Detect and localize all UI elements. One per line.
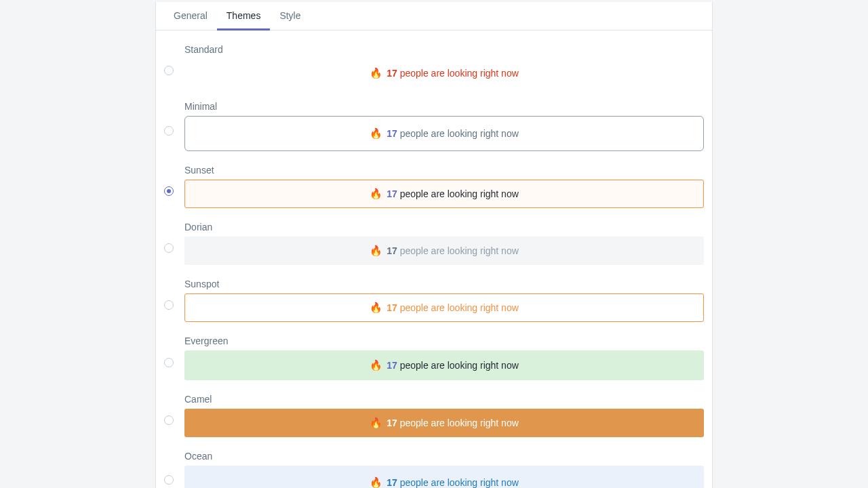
- preview-tail: people are looking right now: [397, 360, 519, 371]
- preview-count: 17: [387, 477, 397, 488]
- preview-tail: people are looking right now: [397, 477, 519, 488]
- tabs: GeneralThemesStyle: [156, 2, 712, 30]
- themes-list: Standard🔥17 people are looking right now…: [156, 30, 712, 488]
- theme-label-standard: Standard: [184, 44, 704, 55]
- preview-text: 17 people are looking right now: [387, 128, 519, 139]
- preview-text: 17 people are looking right now: [387, 245, 519, 256]
- preview-text: 17 people are looking right now: [387, 418, 519, 428]
- theme-preview-minimal[interactable]: 🔥17 people are looking right now: [184, 116, 704, 151]
- preview-tail: people are looking right now: [397, 128, 519, 139]
- fire-icon: 🔥: [370, 359, 382, 371]
- preview-count: 17: [387, 188, 397, 199]
- theme-radio-camel[interactable]: [164, 415, 174, 425]
- theme-radio-ocean[interactable]: [164, 475, 174, 485]
- theme-row-sunset: Sunset🔥17 people are looking right now: [164, 159, 704, 216]
- theme-preview-sunspot[interactable]: 🔥17 people are looking right now: [184, 293, 704, 322]
- preview-count: 17: [387, 360, 397, 371]
- preview-text: 17 people are looking right now: [387, 477, 519, 488]
- settings-card: GeneralThemesStyle Standard🔥17 people ar…: [155, 2, 713, 488]
- preview-text: 17 people are looking right now: [387, 302, 519, 313]
- theme-row-dorian: Dorian🔥17 people are looking right now: [164, 216, 704, 273]
- theme-preview-evergreen[interactable]: 🔥17 people are looking right now: [184, 350, 704, 380]
- theme-row-ocean: Ocean🔥17 people are looking right now: [164, 445, 704, 488]
- fire-icon: 🔥: [370, 245, 382, 257]
- fire-icon: 🔥: [370, 476, 382, 488]
- preview-count: 17: [387, 128, 397, 139]
- fire-icon: 🔥: [370, 127, 382, 140]
- theme-label-sunspot: Sunspot: [184, 279, 704, 289]
- preview-count: 17: [387, 245, 397, 256]
- preview-tail: people are looking right now: [397, 418, 519, 428]
- preview-tail: people are looking right now: [397, 68, 519, 79]
- theme-preview-camel[interactable]: 🔥17 people are looking right now: [184, 409, 704, 437]
- theme-radio-sunspot[interactable]: [164, 300, 174, 310]
- theme-row-standard: Standard🔥17 people are looking right now: [164, 39, 704, 96]
- tab-style[interactable]: Style: [270, 2, 310, 30]
- theme-label-camel: Camel: [184, 394, 704, 405]
- preview-count: 17: [387, 302, 397, 313]
- fire-icon: 🔥: [370, 188, 382, 200]
- theme-radio-standard[interactable]: [164, 66, 174, 75]
- theme-radio-dorian[interactable]: [164, 243, 174, 253]
- fire-icon: 🔥: [370, 67, 382, 79]
- theme-preview-dorian[interactable]: 🔥17 people are looking right now: [184, 237, 704, 265]
- preview-tail: people are looking right now: [397, 188, 519, 199]
- theme-row-sunspot: Sunspot🔥17 people are looking right now: [164, 273, 704, 330]
- theme-radio-sunset[interactable]: [164, 186, 174, 196]
- theme-label-dorian: Dorian: [184, 222, 704, 232]
- tab-general[interactable]: General: [164, 2, 217, 30]
- theme-label-evergreen: Evergreen: [184, 336, 704, 346]
- preview-count: 17: [387, 418, 397, 428]
- fire-icon: 🔥: [370, 417, 382, 429]
- preview-tail: people are looking right now: [397, 302, 519, 313]
- theme-radio-evergreen[interactable]: [164, 358, 174, 367]
- theme-label-ocean: Ocean: [184, 451, 704, 462]
- fire-icon: 🔥: [370, 302, 382, 314]
- theme-preview-ocean[interactable]: 🔥17 people are looking right now: [184, 466, 704, 488]
- theme-label-sunset: Sunset: [184, 165, 704, 176]
- preview-text: 17 people are looking right now: [387, 188, 519, 199]
- theme-preview-standard[interactable]: 🔥17 people are looking right now: [184, 59, 704, 87]
- theme-row-camel: Camel🔥17 people are looking right now: [164, 388, 704, 445]
- theme-row-minimal: Minimal🔥17 people are looking right now: [164, 96, 704, 159]
- preview-text: 17 people are looking right now: [387, 68, 519, 79]
- tab-themes[interactable]: Themes: [217, 2, 271, 30]
- theme-preview-sunset[interactable]: 🔥17 people are looking right now: [184, 180, 704, 208]
- theme-label-minimal: Minimal: [184, 101, 704, 112]
- theme-row-evergreen: Evergreen🔥17 people are looking right no…: [164, 330, 704, 388]
- preview-count: 17: [387, 68, 397, 79]
- preview-text: 17 people are looking right now: [387, 360, 519, 371]
- preview-tail: people are looking right now: [397, 245, 519, 256]
- theme-radio-minimal[interactable]: [164, 126, 174, 136]
